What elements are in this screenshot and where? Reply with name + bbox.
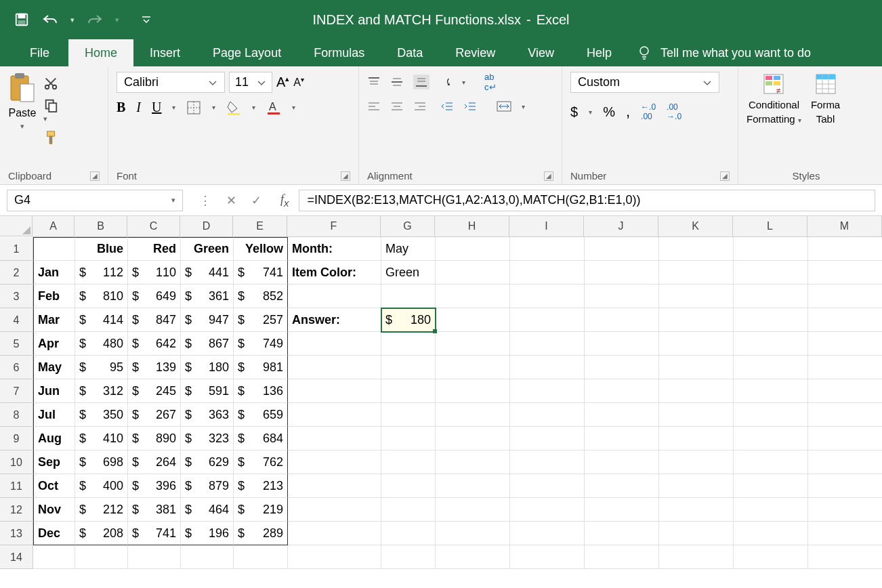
cell-H11[interactable] xyxy=(436,474,510,498)
font-size-select[interactable]: 11 xyxy=(229,72,272,93)
cell-M7[interactable] xyxy=(808,379,882,403)
cell-I2[interactable] xyxy=(510,261,585,285)
cell-L8[interactable] xyxy=(734,403,808,427)
cell-G14[interactable] xyxy=(381,545,436,569)
col-header-L[interactable]: L xyxy=(733,216,807,236)
cell-J9[interactable] xyxy=(585,427,659,450)
cell-B5[interactable]: $480 xyxy=(75,332,128,356)
col-header-B[interactable]: B xyxy=(75,216,127,236)
select-all-corner[interactable] xyxy=(0,216,33,236)
cell-D8[interactable]: $363 xyxy=(181,403,234,427)
align-bottom-icon[interactable] xyxy=(413,75,429,89)
cell-F5[interactable] xyxy=(288,332,381,356)
cell-K13[interactable] xyxy=(659,522,734,545)
tab-review[interactable]: Review xyxy=(439,39,511,66)
cell-I10[interactable] xyxy=(510,450,585,474)
percent-format-icon[interactable]: % xyxy=(603,104,615,120)
cell-M9[interactable] xyxy=(808,427,882,450)
cell-G9[interactable] xyxy=(381,427,436,450)
cell-K11[interactable] xyxy=(659,474,734,498)
fx-icon[interactable]: fx xyxy=(271,192,299,209)
cell-K4[interactable] xyxy=(659,308,734,332)
cell-J12[interactable] xyxy=(585,498,659,522)
cell-L4[interactable] xyxy=(734,308,808,332)
cell-C9[interactable]: $890 xyxy=(128,427,181,450)
col-header-E[interactable]: E xyxy=(233,216,287,236)
cells-area[interactable]: BlueRedGreenYellowMonth:MayJan$112$110$4… xyxy=(33,237,882,569)
cell-B13[interactable]: $208 xyxy=(75,522,128,545)
fill-color-icon[interactable] xyxy=(226,100,241,115)
cell-F1[interactable]: Month: xyxy=(288,237,381,261)
cell-C3[interactable]: $649 xyxy=(128,285,181,308)
cell-J8[interactable] xyxy=(585,403,659,427)
cell-M6[interactable] xyxy=(808,356,882,379)
cell-D3[interactable]: $361 xyxy=(181,285,234,308)
cell-D6[interactable]: $180 xyxy=(181,356,234,379)
orientation-dropdown-icon[interactable]: ▾ xyxy=(462,79,465,86)
cell-K5[interactable] xyxy=(659,332,734,356)
cell-F12[interactable] xyxy=(288,498,381,522)
cell-A1[interactable] xyxy=(33,237,75,261)
cell-E3[interactable]: $ 852 xyxy=(234,285,288,308)
cell-F7[interactable] xyxy=(288,379,381,403)
save-icon[interactable] xyxy=(14,12,30,28)
row-header-4[interactable]: 4 xyxy=(0,308,33,332)
cell-D7[interactable]: $591 xyxy=(181,379,234,403)
cell-L5[interactable] xyxy=(734,332,808,356)
col-header-H[interactable]: H xyxy=(435,216,509,236)
format-as-table-button[interactable]: Forma Tabl xyxy=(811,72,840,167)
decrease-decimal-icon[interactable]: .00→.0 xyxy=(667,102,681,121)
cell-E13[interactable]: $ 289 xyxy=(234,522,288,545)
row-header-9[interactable]: 9 xyxy=(0,427,33,450)
cell-C12[interactable]: $381 xyxy=(128,498,181,522)
cell-E10[interactable]: $ 762 xyxy=(234,450,288,474)
cell-I9[interactable] xyxy=(510,427,585,450)
col-header-C[interactable]: C xyxy=(127,216,180,236)
cell-E8[interactable]: $ 659 xyxy=(234,403,288,427)
cell-D10[interactable]: $629 xyxy=(181,450,234,474)
cell-C2[interactable]: $110 xyxy=(128,261,181,285)
cell-H3[interactable] xyxy=(436,285,510,308)
cell-K1[interactable] xyxy=(659,237,734,261)
col-header-F[interactable]: F xyxy=(287,216,381,236)
cell-D1[interactable]: Green xyxy=(181,237,234,261)
cell-F4[interactable]: Answer: xyxy=(288,308,381,332)
row-header-6[interactable]: 6 xyxy=(0,356,33,379)
cell-C4[interactable]: $847 xyxy=(128,308,181,332)
cell-L3[interactable] xyxy=(734,285,808,308)
cell-H10[interactable] xyxy=(436,450,510,474)
alignment-dialog-icon[interactable]: ◢ xyxy=(544,171,553,181)
cell-J14[interactable] xyxy=(585,545,659,569)
paste-icon[interactable] xyxy=(8,72,37,104)
cell-D11[interactable]: $879 xyxy=(181,474,234,498)
cell-D9[interactable]: $323 xyxy=(181,427,234,450)
cell-I14[interactable] xyxy=(510,545,585,569)
comma-format-icon[interactable]: , xyxy=(626,103,630,121)
cell-F3[interactable] xyxy=(288,285,381,308)
cell-M2[interactable] xyxy=(808,261,882,285)
cell-K12[interactable] xyxy=(659,498,734,522)
bold-button[interactable]: B xyxy=(117,100,125,115)
cell-I5[interactable] xyxy=(510,332,585,356)
align-right-icon[interactable] xyxy=(413,101,427,112)
increase-decimal-icon[interactable]: ←.0.00 xyxy=(641,102,656,121)
tab-data[interactable]: Data xyxy=(381,39,439,66)
borders-dropdown-icon[interactable]: ▾ xyxy=(212,104,215,111)
tab-page-layout[interactable]: Page Layout xyxy=(196,39,297,66)
cell-K3[interactable] xyxy=(659,285,734,308)
cell-C13[interactable]: $741 xyxy=(128,522,181,545)
row-header-11[interactable]: 11 xyxy=(0,474,33,498)
cell-B14[interactable] xyxy=(75,545,128,569)
cell-B3[interactable]: $810 xyxy=(75,285,128,308)
cell-J3[interactable] xyxy=(585,285,659,308)
cell-I13[interactable] xyxy=(510,522,585,545)
cell-M1[interactable] xyxy=(808,237,882,261)
cell-B10[interactable]: $698 xyxy=(75,450,128,474)
cell-A9[interactable]: Aug xyxy=(33,427,75,450)
cell-K8[interactable] xyxy=(659,403,734,427)
name-box[interactable]: G4▾ xyxy=(7,190,183,211)
row-header-5[interactable]: 5 xyxy=(0,332,33,356)
cell-E1[interactable]: Yellow xyxy=(234,237,288,261)
italic-button[interactable]: I xyxy=(136,100,141,115)
cancel-icon[interactable]: ✕ xyxy=(226,193,236,208)
